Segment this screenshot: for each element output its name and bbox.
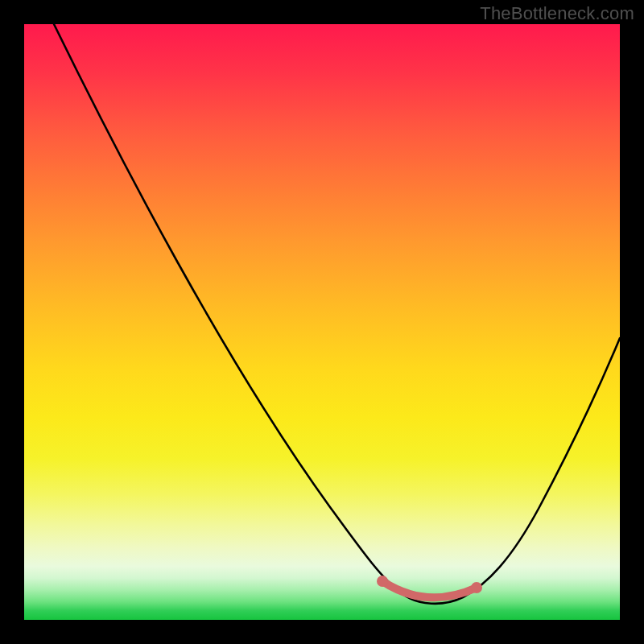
curve-svg (24, 24, 620, 620)
watermark-text: TheBottleneck.com (480, 3, 634, 24)
highlight-dot-left (377, 576, 388, 587)
chart-frame: TheBottleneck.com (0, 0, 644, 644)
bottleneck-curve (54, 24, 620, 604)
highlight-arc (382, 581, 477, 597)
plot-area (24, 24, 620, 620)
highlight-dot-right (471, 582, 482, 593)
